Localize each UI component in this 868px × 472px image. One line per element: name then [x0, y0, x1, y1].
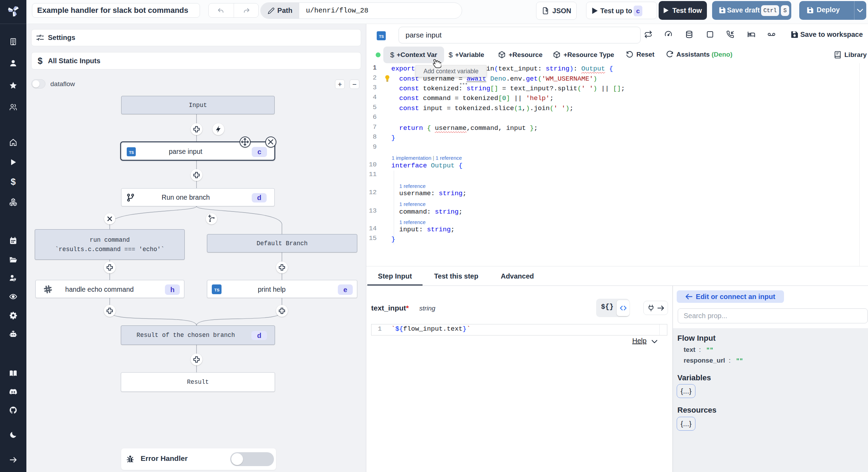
svg-text:TS: TS	[379, 34, 384, 39]
